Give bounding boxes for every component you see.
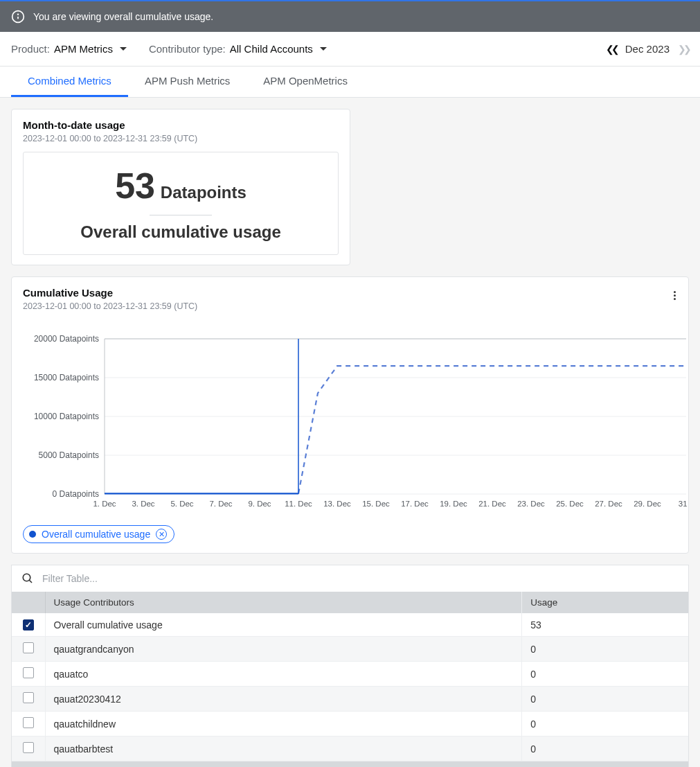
table-row: qauatco 0 (12, 662, 688, 687)
svg-text:11. Dec: 11. Dec (285, 500, 312, 508)
search-icon (21, 572, 34, 585)
svg-text:15000 Datapoints: 15000 Datapoints (34, 373, 99, 382)
info-icon (11, 10, 25, 24)
legend-label: Overall cumulative usage (42, 529, 150, 540)
svg-text:3. Dec: 3. Dec (132, 500, 154, 508)
date-nav: ❮❮ Dec 2023 ❯❯ (606, 43, 689, 55)
row-usage: 0 (522, 712, 688, 737)
caret-down-icon (120, 47, 127, 51)
svg-text:27. Dec: 27. Dec (595, 500, 622, 508)
svg-text:1. Dec: 1. Dec (93, 500, 116, 508)
row-checkbox[interactable] (23, 667, 34, 678)
header-usage[interactable]: Usage (522, 592, 688, 613)
row-usage: 0 (522, 737, 688, 761)
chart-title: Cumulative Usage (23, 287, 677, 299)
legend-dot-icon (29, 531, 36, 538)
row-name: qauatgrandcanyon (45, 637, 522, 662)
caret-down-icon (320, 47, 327, 51)
row-usage: 0 (522, 662, 688, 687)
close-icon[interactable]: ✕ (156, 529, 167, 540)
svg-text:19. Dec: 19. Dec (440, 500, 467, 508)
metric-label: Overall cumulative usage (32, 222, 330, 242)
summary-card: Month-to-date usage 2023-12-01 00:00 to … (11, 109, 350, 265)
row-name: qauat20230412 (45, 687, 522, 712)
svg-point-32 (23, 574, 30, 581)
date-display: Dec 2023 (625, 43, 670, 55)
header-contributors[interactable]: Usage Contributors (45, 592, 522, 613)
info-banner-text: You are viewing overall cumulative usage… (33, 11, 213, 22)
row-usage: 53 (522, 613, 688, 637)
svg-text:7. Dec: 7. Dec (209, 500, 232, 508)
svg-text:0 Datapoints: 0 Datapoints (53, 489, 99, 499)
table-row: qauatbarbtest 0 (12, 737, 688, 761)
row-checkbox[interactable] (23, 692, 34, 703)
info-banner: You are viewing overall cumulative usage… (0, 1, 700, 32)
metric-number: 53 (115, 166, 155, 206)
svg-text:21. Dec: 21. Dec (478, 500, 506, 508)
tab-apm-push-metrics[interactable]: APM Push Metrics (128, 67, 246, 97)
prev-month-button[interactable]: ❮❮ (606, 44, 617, 55)
search-input[interactable] (42, 573, 679, 584)
summary-range: 2023-12-01 00:00 to 2023-12-31 23:59 (UT… (23, 134, 339, 143)
line-chart: 0 Datapoints5000 Datapoints10000 Datapoi… (23, 333, 688, 513)
next-month-button[interactable]: ❯❯ (678, 44, 689, 55)
filter-bar: Product: APM Metrics Contributor type: A… (0, 32, 700, 67)
svg-text:10000 Datapoints: 10000 Datapoints (34, 412, 99, 421)
row-name: qauatbarbtest (45, 737, 522, 761)
svg-point-2 (18, 14, 19, 15)
svg-text:23. Dec: 23. Dec (517, 500, 545, 508)
contributor-label: Contributor type: (149, 43, 226, 55)
contributor-filter[interactable]: Contributor type: All Child Accounts (149, 43, 327, 55)
tab-apm-openmetrics[interactable]: APM OpenMetrics (246, 67, 364, 97)
contributors-table: Usage Contributors Usage Overall cumulat… (12, 592, 688, 761)
table-section: Usage Contributors Usage Overall cumulat… (11, 565, 689, 767)
svg-text:9. Dec: 9. Dec (248, 500, 271, 508)
contributor-value[interactable]: All Child Accounts (230, 43, 327, 55)
row-name: Overall cumulative usage (45, 613, 522, 637)
summary-title: Month-to-date usage (23, 119, 339, 131)
table-row: Overall cumulative usage 53 (12, 613, 688, 637)
row-checkbox[interactable] (23, 742, 34, 753)
svg-text:5000 Datapoints: 5000 Datapoints (39, 450, 99, 460)
row-checkbox[interactable] (23, 642, 34, 653)
product-filter[interactable]: Product: APM Metrics (11, 43, 127, 55)
row-usage: 0 (522, 637, 688, 662)
chart-plot: 0 Datapoints5000 Datapoints10000 Datapoi… (23, 333, 677, 515)
table-row: qauatgrandcanyon 0 (12, 637, 688, 662)
tab-combined-metrics[interactable]: Combined Metrics (11, 67, 128, 97)
chart-card: Cumulative Usage 2023-12-01 00:00 to 202… (11, 276, 689, 554)
table-row: qauatchildnew 0 (12, 712, 688, 737)
chart-range: 2023-12-01 00:00 to 2023-12-31 23:59 (UT… (23, 301, 677, 311)
metric-divider (150, 215, 212, 215)
svg-line-33 (29, 580, 32, 583)
row-name: qauatco (45, 662, 522, 687)
content-area: Month-to-date usage 2023-12-01 00:00 to … (0, 98, 700, 767)
row-checkbox[interactable] (23, 717, 34, 728)
table-header-row: Usage Contributors Usage (12, 592, 688, 613)
table-footer: 1 - 6 of 6 Contributors Per Page: 25 All… (12, 761, 688, 767)
svg-text:5. Dec: 5. Dec (170, 500, 193, 508)
metric-unit: Datapoints (161, 183, 246, 202)
product-label: Product: (11, 43, 50, 55)
row-usage: 0 (522, 687, 688, 712)
svg-text:13. Dec: 13. Dec (323, 500, 351, 508)
svg-text:15. Dec: 15. Dec (362, 500, 390, 508)
table-row: qauat20230412 0 (12, 687, 688, 712)
svg-text:25. Dec: 25. Dec (556, 500, 584, 508)
product-value[interactable]: APM Metrics (54, 43, 127, 55)
row-name: qauatchildnew (45, 712, 522, 737)
header-checkbox-col (12, 592, 45, 613)
svg-text:31...: 31... (679, 500, 688, 508)
svg-text:20000 Datapoints: 20000 Datapoints (34, 334, 99, 344)
tabs-bar: Combined Metrics APM Push Metrics APM Op… (0, 67, 700, 98)
row-checkbox[interactable] (23, 619, 34, 631)
metric-box: 53 Datapoints Overall cumulative usage (23, 152, 339, 255)
legend-pill[interactable]: Overall cumulative usage ✕ (23, 525, 174, 543)
kebab-menu-icon[interactable] (671, 287, 679, 304)
svg-text:17. Dec: 17. Dec (401, 500, 429, 508)
search-row (12, 565, 688, 592)
svg-text:29. Dec: 29. Dec (634, 500, 661, 508)
